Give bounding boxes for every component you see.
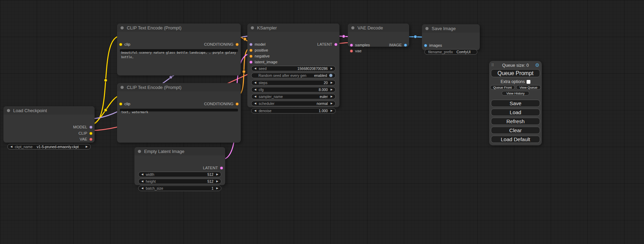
collapse-dot-icon[interactable] xyxy=(251,26,254,29)
view-history-button[interactable]: View History xyxy=(502,91,529,96)
conditioning-port[interactable] xyxy=(236,102,239,106)
increment-arrow-icon[interactable]: ▶ xyxy=(330,88,333,91)
positive-input-slot[interactable]: positive xyxy=(249,48,268,53)
widget-denoise[interactable]: ◀ denoise 1.000 ▶ xyxy=(251,108,336,114)
load-default-button[interactable]: Load Default xyxy=(491,136,540,143)
vae-port[interactable] xyxy=(89,138,92,141)
toggle-on-indicator[interactable] xyxy=(329,74,333,77)
decrement-arrow-icon[interactable]: ◀ xyxy=(141,173,143,176)
model-port[interactable] xyxy=(89,126,92,129)
prev-option-arrow-icon[interactable]: ◀ xyxy=(10,145,12,148)
decrement-arrow-icon[interactable]: ◀ xyxy=(254,67,256,70)
decrement-arrow-icon[interactable]: ◀ xyxy=(254,109,256,112)
latent-image-input-slot[interactable]: latent_image xyxy=(249,60,277,64)
node-load-checkpoint[interactable]: Load Checkpoint MODEL CLIP VAE ◀ ckpt_na… xyxy=(3,106,95,143)
node-vae-decode[interactable]: VAE Decode samples vae IMAGE xyxy=(348,24,409,47)
negative-port[interactable] xyxy=(249,55,253,58)
widget-filename-prefix[interactable]: filename_prefix ComfyUI xyxy=(424,49,477,55)
node-title-bar[interactable]: Empty Latent Image xyxy=(134,147,225,155)
negative-input-slot[interactable]: negative xyxy=(249,54,270,58)
widget-cfg[interactable]: ◀ cfg 8.000 ▶ xyxy=(251,87,336,92)
collapse-dot-icon[interactable] xyxy=(138,150,141,153)
latent-port[interactable] xyxy=(220,166,223,170)
latent-output-slot[interactable]: LATENT xyxy=(203,165,223,170)
node-empty-latent-image[interactable]: Empty Latent Image LATENT ◀ width 512 ▶ … xyxy=(134,147,225,185)
increment-arrow-icon[interactable]: ▶ xyxy=(330,67,333,70)
widget-random-seed-toggle[interactable]: Random seed after every gen enabled xyxy=(251,73,336,78)
model-input-slot[interactable]: model xyxy=(249,42,265,47)
samples-input-slot[interactable]: samples xyxy=(350,43,370,47)
widget-batch-size[interactable]: ◀ batch_size 1 ▶ xyxy=(138,186,221,191)
conditioning-output-slot[interactable]: CONDITIONING xyxy=(204,42,239,47)
collapse-dot-icon[interactable] xyxy=(121,86,124,89)
widget-sampler-name[interactable]: ◀ sampler_name euler ▶ xyxy=(251,94,336,99)
decrement-arrow-icon[interactable]: ◀ xyxy=(254,88,256,91)
widget-width[interactable]: ◀ width 512 ▶ xyxy=(138,172,221,177)
increment-arrow-icon[interactable]: ▶ xyxy=(330,109,333,112)
decrement-arrow-icon[interactable]: ◀ xyxy=(141,187,143,190)
queue-prompt-button[interactable]: Queue Prompt xyxy=(491,69,540,77)
widget-seed[interactable]: ◀ seed 156680208700286 ▶ xyxy=(251,66,336,71)
prev-option-arrow-icon[interactable]: ◀ xyxy=(254,95,256,98)
node-title-bar[interactable]: CLIP Text Encode (Prompt) xyxy=(117,24,241,32)
node-title-bar[interactable]: KSampler xyxy=(247,24,339,32)
save-button[interactable]: Save xyxy=(491,100,540,107)
clip-input-slot[interactable]: clip xyxy=(119,42,130,47)
prompt-textarea[interactable]: text, watermark xyxy=(120,109,238,111)
refresh-button[interactable]: Refresh xyxy=(491,118,540,125)
conditioning-output-slot[interactable]: CONDITIONING xyxy=(204,101,239,106)
widget-ckpt-name[interactable]: ◀ ckpt_name v1-5-pruned-emaonly.ckpt ▶ xyxy=(7,144,91,150)
next-option-arrow-icon[interactable]: ▶ xyxy=(330,102,333,105)
load-button[interactable]: Load xyxy=(491,109,540,116)
decrement-arrow-icon[interactable]: ◀ xyxy=(141,180,143,183)
clear-button[interactable]: Clear xyxy=(491,127,540,134)
increment-arrow-icon[interactable]: ▶ xyxy=(216,173,218,176)
prompt-textarea[interactable]: beautiful scenery nature glass bottle la… xyxy=(120,49,238,52)
model-port[interactable] xyxy=(249,43,253,46)
next-option-arrow-icon[interactable]: ▶ xyxy=(86,145,88,148)
extra-options-checkbox[interactable] xyxy=(527,80,530,84)
clip-port[interactable] xyxy=(119,102,122,106)
next-option-arrow-icon[interactable]: ▶ xyxy=(330,95,333,98)
decrement-arrow-icon[interactable]: ◀ xyxy=(254,81,256,84)
widget-steps[interactable]: ◀ steps 20 ▶ xyxy=(251,80,336,85)
vae-output-slot[interactable]: VAE xyxy=(80,137,92,142)
latent-output-slot[interactable]: LATENT xyxy=(317,42,337,47)
samples-port[interactable] xyxy=(350,44,353,47)
increment-arrow-icon[interactable]: ▶ xyxy=(216,180,218,183)
node-title-bar[interactable]: Save Image xyxy=(422,24,480,33)
images-input-slot[interactable]: images xyxy=(424,43,442,48)
node-title-bar[interactable]: CLIP Text Encode (Prompt) xyxy=(117,83,241,91)
node-title-bar[interactable]: VAE Decode xyxy=(348,24,409,32)
model-output-slot[interactable]: MODEL xyxy=(73,125,92,129)
clip-output-slot[interactable]: CLIP xyxy=(78,131,92,136)
clip-port[interactable] xyxy=(89,132,92,135)
vae-input-slot[interactable]: vae xyxy=(350,48,362,53)
node-clip-text-encode-positive[interactable]: CLIP Text Encode (Prompt) clip CONDITION… xyxy=(117,24,241,75)
vae-port[interactable] xyxy=(350,49,353,53)
collapse-dot-icon[interactable] xyxy=(351,26,354,29)
node-save-image[interactable]: Save Image images filename_prefix ComfyU… xyxy=(422,24,480,50)
prev-option-arrow-icon[interactable]: ◀ xyxy=(254,102,256,105)
collapse-dot-icon[interactable] xyxy=(7,109,10,112)
increment-arrow-icon[interactable]: ▶ xyxy=(216,187,218,190)
image-output-slot[interactable]: IMAGE xyxy=(389,43,407,47)
node-clip-text-encode-negative[interactable]: CLIP Text Encode (Prompt) clip CONDITION… xyxy=(117,83,241,143)
conditioning-port[interactable] xyxy=(236,43,239,46)
view-queue-button[interactable]: View Queue xyxy=(516,85,541,90)
clip-input-slot[interactable]: clip xyxy=(119,101,130,106)
latent-image-port[interactable] xyxy=(249,61,253,64)
clip-port[interactable] xyxy=(119,43,122,46)
widget-scheduler[interactable]: ◀ scheduler normal ▶ xyxy=(251,101,336,106)
node-ksampler[interactable]: KSampler model positive negative latent_… xyxy=(247,24,339,107)
collapse-dot-icon[interactable] xyxy=(121,26,124,29)
queue-front-button[interactable]: Queue Front xyxy=(490,85,515,90)
settings-gear-icon[interactable]: ⚙ xyxy=(535,63,539,67)
node-title-bar[interactable]: Load Checkpoint xyxy=(3,106,95,115)
widget-height[interactable]: ◀ height 512 ▶ xyxy=(138,179,221,184)
collapse-dot-icon[interactable] xyxy=(425,27,429,30)
latent-port[interactable] xyxy=(334,43,337,46)
increment-arrow-icon[interactable]: ▶ xyxy=(330,81,333,84)
positive-port[interactable] xyxy=(249,49,253,52)
image-port[interactable] xyxy=(404,44,407,47)
